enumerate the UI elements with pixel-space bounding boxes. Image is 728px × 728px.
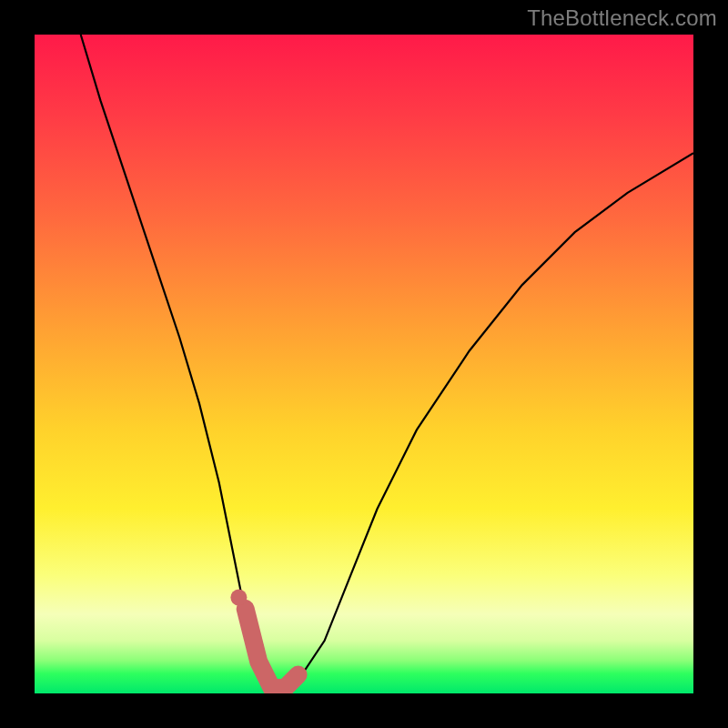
plot-area xyxy=(35,35,693,693)
optimum-dot xyxy=(230,590,247,606)
optimum-marker xyxy=(246,609,298,688)
watermark-text: TheBottleneck.com xyxy=(527,5,717,31)
curve-svg xyxy=(35,35,693,693)
bottleneck-curve xyxy=(81,35,693,693)
chart-frame: TheBottleneck.com xyxy=(0,0,728,728)
